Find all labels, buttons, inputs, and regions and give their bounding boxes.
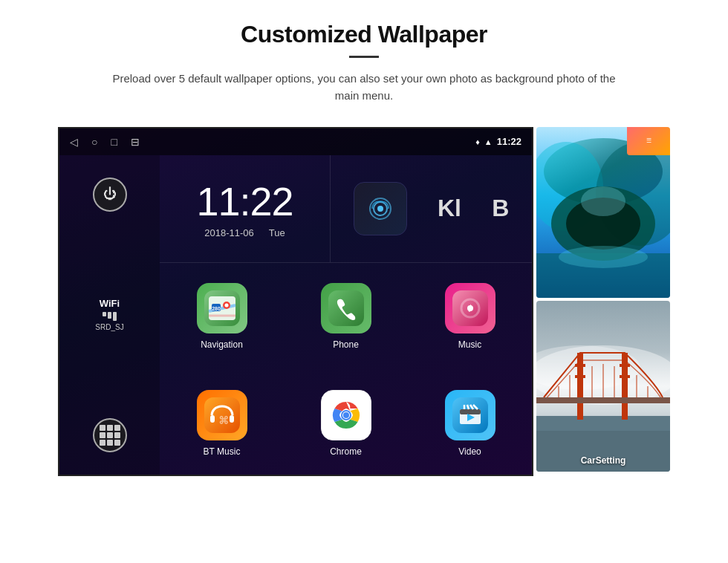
phone-app-icon: [321, 283, 371, 333]
app-cell-video[interactable]: Video: [408, 370, 532, 476]
ki-label: Kl: [438, 195, 461, 222]
phone-app-label: Phone: [333, 339, 359, 350]
svg-rect-50: [620, 375, 630, 378]
wallpaper-thumb-bridge[interactable]: CarSetting: [536, 301, 670, 472]
svg-rect-49: [620, 364, 630, 367]
radio-app-icon[interactable]: [354, 182, 407, 235]
video-app-icon: [445, 390, 495, 440]
svg-point-6: [224, 303, 228, 307]
recents-icon[interactable]: □: [111, 136, 117, 148]
golden-gate-wallpaper: [536, 301, 670, 472]
app-cell-bt-music[interactable]: ⌘ BT Music: [160, 370, 284, 476]
svg-point-39: [559, 246, 648, 268]
location-icon: ♦: [475, 137, 480, 146]
video-icon: [452, 397, 488, 433]
wifi-bar-1: [103, 312, 106, 316]
clock-day-value: Tue: [269, 227, 285, 238]
svg-rect-51: [536, 397, 670, 403]
svg-rect-46: [622, 353, 628, 420]
chrome-app-icon: [321, 390, 371, 440]
back-icon[interactable]: ◁: [70, 136, 78, 148]
clock-time: 11:22: [196, 178, 293, 224]
app-cell-navigation[interactable]: 280 Navigation: [160, 263, 284, 370]
grid-dot: [107, 440, 113, 446]
svg-text:⌘: ⌘: [218, 414, 229, 426]
page-subtitle: Preload over 5 default wallpaper options…: [111, 70, 617, 105]
app-cell-chrome[interactable]: Chrome: [284, 370, 408, 476]
video-app-label: Video: [458, 446, 481, 457]
status-bar-left: ◁ ○ □ ⊟: [70, 136, 140, 148]
music-icon: ♪: [452, 290, 488, 326]
car-setting-label: CarSetting: [536, 455, 670, 466]
svg-rect-48: [575, 375, 585, 378]
apps-button[interactable]: [93, 418, 127, 452]
wifi-bar-3: [113, 312, 117, 321]
navigation-icon: 280: [204, 290, 240, 326]
chrome-icon: [328, 397, 364, 433]
wallpaper-thumb-ice[interactable]: ☰: [536, 127, 670, 298]
wifi-bar-2: [108, 312, 111, 319]
navigation-app-icon: 280: [197, 283, 247, 333]
grid-dot: [114, 440, 120, 446]
clock-section: 11:22 2018-11-06 Tue: [160, 155, 532, 263]
grid-dot: [107, 432, 113, 438]
page-title: Customized Wallpaper: [241, 21, 487, 48]
bt-music-app-icon: ⌘: [197, 390, 247, 440]
wifi-bars: [95, 312, 123, 321]
clock-date-value: 2018-11-06: [204, 227, 254, 238]
radio-icon: [366, 195, 394, 223]
grid-dot: [100, 440, 105, 446]
svg-rect-16: [230, 415, 234, 423]
svg-point-22: [343, 412, 349, 418]
grid-dot: [100, 432, 105, 438]
svg-rect-25: [460, 409, 481, 414]
status-bar-right: ♦ ▲ 11:22: [475, 136, 521, 147]
phone-icon: [328, 290, 364, 326]
power-icon: ⏻: [103, 186, 117, 202]
svg-text:♪: ♪: [467, 300, 474, 315]
left-sidebar: ⏻ WiFi SRD_SJ: [59, 155, 160, 475]
main-content: ◁ ○ □ ⊟ ♦ ▲ 11:22 ⏻ WiFi: [0, 127, 728, 476]
page-container: Customized Wallpaper Preload over 5 defa…: [0, 0, 728, 563]
clock-apps: Kl B: [331, 155, 532, 262]
b-label: B: [492, 195, 509, 222]
svg-point-37: [581, 186, 625, 216]
bt-music-app-label: BT Music: [204, 446, 241, 457]
status-bar: ◁ ○ □ ⊟ ♦ ▲ 11:22: [59, 128, 532, 155]
clock-block: 11:22 2018-11-06 Tue: [160, 155, 331, 262]
svg-rect-44: [536, 416, 670, 431]
clock-date: 2018-11-06 Tue: [204, 227, 285, 238]
app-cell-phone[interactable]: Phone: [284, 263, 408, 370]
grid-dot: [100, 425, 105, 431]
wallpaper-thumbnails: ☰: [536, 127, 670, 472]
device-screen: ◁ ○ □ ⊟ ♦ ▲ 11:22 ⏻ WiFi: [58, 127, 533, 476]
mini-thumb-label: ☰: [627, 127, 670, 155]
grid-dot: [114, 432, 120, 438]
home-icon[interactable]: ○: [91, 136, 97, 148]
status-time: 11:22: [497, 136, 521, 147]
svg-text:280: 280: [212, 306, 221, 311]
navigation-app-label: Navigation: [201, 339, 243, 350]
screenshot-icon[interactable]: ⊟: [131, 136, 140, 148]
title-divider: [349, 56, 379, 58]
wifi-block: WiFi SRD_SJ: [95, 298, 123, 331]
wifi-status-icon: ▲: [484, 137, 493, 146]
wifi-label: WiFi: [95, 298, 123, 309]
grid-dot: [114, 425, 120, 431]
wifi-ssid: SRD_SJ: [95, 323, 123, 331]
grid-dot: [107, 425, 113, 431]
power-button[interactable]: ⏻: [93, 178, 127, 212]
app-cell-music[interactable]: ♪ Music: [408, 263, 532, 370]
mini-product-thumb: ☰: [627, 127, 670, 155]
music-app-label: Music: [458, 339, 481, 350]
music-app-icon: ♪: [445, 283, 495, 333]
svg-rect-9: [328, 290, 364, 326]
bt-music-icon: ⌘: [204, 397, 240, 433]
apps-grid-icon: [100, 425, 120, 446]
svg-rect-15: [210, 415, 215, 423]
main-area: 11:22 2018-11-06 Tue: [160, 155, 532, 475]
chrome-app-label: Chrome: [330, 446, 362, 457]
svg-point-2: [377, 206, 383, 212]
app-grid: 280 Navigation: [160, 263, 532, 476]
